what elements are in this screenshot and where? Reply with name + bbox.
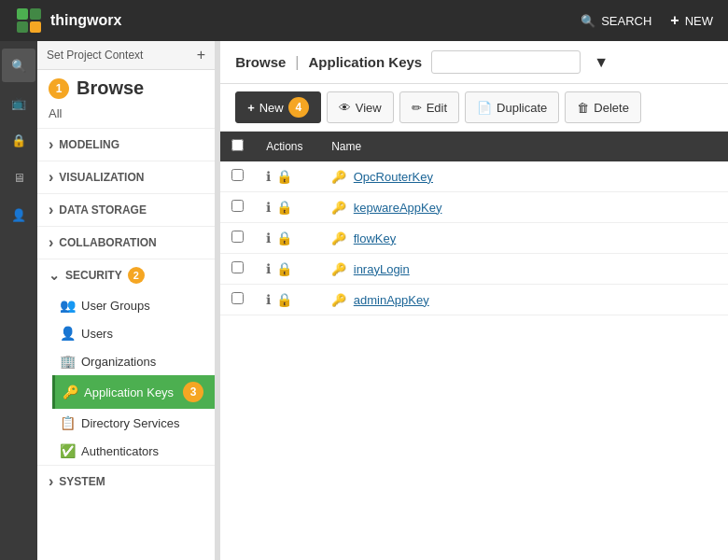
row-checkbox-0[interactable]: [231, 169, 244, 181]
row-checkbox-cell: [220, 254, 255, 285]
duplicate-icon: 📄: [477, 101, 492, 115]
row-action-icons: ℹ 🔒: [266, 231, 309, 245]
sidebar-item-users[interactable]: 👤 Users: [52, 319, 215, 347]
section-system: SYSTEM: [37, 465, 215, 497]
info-icon-2[interactable]: ℹ: [266, 231, 271, 245]
chevron-right-collaboration: [49, 234, 53, 251]
delete-button[interactable]: 🗑 Delete: [565, 91, 641, 123]
sidebar: 🔍 📺 🔒 🖥 👤 Set Project Context + 1 Browse…: [0, 41, 215, 560]
key-link-4[interactable]: adminAppKey: [354, 293, 429, 307]
section-security: SECURITY 2 👥 User Groups 👤 Users: [37, 259, 215, 465]
view-icon: 👁: [339, 101, 351, 115]
chevron-right-visualization: [49, 169, 53, 186]
row-checkbox-cell: [220, 192, 255, 223]
row-checkbox-3[interactable]: [231, 261, 244, 273]
breadcrumb-separator: |: [295, 54, 299, 71]
section-system-header[interactable]: SYSTEM: [37, 466, 215, 497]
section-modeling: MODELING: [37, 128, 215, 161]
collaboration-label: COLLABORATION: [59, 236, 156, 249]
breadcrumb-browse[interactable]: Browse: [235, 54, 286, 70]
section-datastorage: DATA STORAGE: [37, 193, 215, 226]
lock-icon-1[interactable]: 🔒: [276, 200, 292, 215]
sidebar-item-authenticators[interactable]: ✅ Authenticators: [52, 437, 215, 465]
info-icon-0[interactable]: ℹ: [266, 169, 271, 184]
row-name-cell: 🔑 inrayLogin: [320, 254, 728, 285]
table-row: ℹ 🔒 🔑 adminAppKey: [220, 285, 728, 315]
chevron-down-security: [49, 268, 60, 283]
section-datastorage-header[interactable]: DATA STORAGE: [37, 194, 215, 226]
appkeys-badge: 3: [183, 382, 203, 402]
info-icon-4[interactable]: ℹ: [266, 292, 271, 307]
lock-icon-3[interactable]: 🔒: [276, 261, 292, 276]
add-project-icon[interactable]: +: [197, 47, 205, 63]
select-all-checkbox[interactable]: [231, 139, 244, 151]
edit-button[interactable]: ✏ Edit: [399, 91, 459, 123]
sidebar-item-appkeys[interactable]: 🔑 Application Keys 3: [52, 375, 215, 409]
info-icon-3[interactable]: ℹ: [266, 261, 271, 276]
sidebar-icon-rail: 🔍 📺 🔒 🖥 👤: [0, 41, 37, 560]
row-checkbox-4[interactable]: [231, 292, 244, 304]
name-header-label: Name: [331, 140, 361, 153]
main-layout: 🔍 📺 🔒 🖥 👤 Set Project Context + 1 Browse…: [0, 41, 728, 560]
section-security-header[interactable]: SECURITY 2: [37, 259, 215, 291]
search-label: SEARCH: [601, 14, 651, 28]
sidebar-item-directoryservices[interactable]: 📋 Directory Services: [52, 409, 215, 437]
row-checkbox-cell: [220, 285, 255, 315]
security-sub-items: 👥 User Groups 👤 Users 🏢 Organizations: [37, 291, 215, 465]
security-label: SECURITY: [65, 269, 122, 282]
duplicate-label: Duplicate: [497, 101, 547, 115]
sidebar-icon-monitor[interactable]: 📺: [2, 86, 35, 119]
datastorage-label: DATA STORAGE: [59, 203, 147, 217]
duplicate-button[interactable]: 📄 Duplicate: [465, 91, 559, 123]
delete-icon: 🗑: [577, 101, 589, 115]
new-button-top[interactable]: + NEW: [670, 12, 713, 29]
row-checkbox-2[interactable]: [231, 231, 244, 243]
section-visualization-header[interactable]: VISUALIZATION: [37, 161, 215, 193]
search-button[interactable]: 🔍 SEARCH: [581, 12, 651, 29]
authenticators-label: Authenticators: [81, 444, 159, 458]
content-search-input[interactable]: [431, 50, 581, 74]
usergroups-label: User Groups: [81, 299, 150, 313]
sidebar-item-usergroups[interactable]: 👥 User Groups: [52, 291, 215, 319]
key-link-3[interactable]: inrayLogin: [354, 262, 410, 276]
row-checkbox-1[interactable]: [231, 200, 244, 212]
info-icon-1[interactable]: ℹ: [266, 200, 271, 215]
sidebar-icon-lock[interactable]: 🔒: [2, 123, 35, 157]
view-button[interactable]: 👁 View: [327, 91, 394, 123]
header-checkbox-col: [220, 132, 255, 161]
lock-icon-2[interactable]: 🔒: [276, 231, 292, 245]
lock-icon-4[interactable]: 🔒: [276, 292, 292, 307]
row-actions-cell: ℹ 🔒: [255, 223, 320, 254]
section-modeling-header[interactable]: MODELING: [37, 129, 215, 161]
directoryservices-label: Directory Services: [81, 416, 179, 430]
new-plus-icon: +: [247, 101, 255, 115]
filter-icon[interactable]: ▼: [594, 54, 609, 71]
table-row: ℹ 🔒 🔑 kepwareAppKey: [220, 192, 728, 223]
sidebar-all-item[interactable]: All: [37, 103, 215, 128]
key-link-1[interactable]: kepwareAppKey: [354, 201, 442, 215]
key-link-2[interactable]: flowKey: [354, 231, 397, 245]
new-button-badge: 4: [288, 97, 309, 118]
table-body: ℹ 🔒 🔑 OpcRouterKey ℹ 🔒 🔑 kepwareAppKey: [220, 161, 728, 315]
users-icon: 👤: [60, 326, 76, 341]
key-icon-2: 🔑: [331, 231, 346, 245]
key-icon-1: 🔑: [331, 201, 346, 215]
sidebar-icon-browse[interactable]: 🔍: [2, 49, 35, 82]
sidebar-icon-screen[interactable]: 🖥: [2, 161, 35, 194]
security-badge: 2: [128, 267, 145, 284]
sidebar-icon-user-settings[interactable]: 👤: [2, 198, 35, 231]
top-nav-actions: 🔍 SEARCH + NEW: [581, 12, 713, 29]
row-action-icons: ℹ 🔒: [266, 200, 309, 215]
edit-icon: ✏: [412, 101, 422, 115]
chevron-right-system: [49, 473, 53, 490]
usergroups-icon: 👥: [60, 298, 76, 313]
key-link-0[interactable]: OpcRouterKey: [354, 170, 433, 184]
sidebar-item-organizations[interactable]: 🏢 Organizations: [52, 347, 215, 375]
new-button[interactable]: + New 4: [235, 91, 321, 123]
set-project-label: Set Project Context: [47, 49, 143, 62]
section-collaboration-header[interactable]: COLLABORATION: [37, 227, 215, 259]
system-label: SYSTEM: [59, 475, 105, 488]
row-name-cell: 🔑 OpcRouterKey: [320, 161, 728, 192]
lock-icon-0[interactable]: 🔒: [276, 169, 292, 184]
new-label-top: NEW: [685, 14, 713, 28]
